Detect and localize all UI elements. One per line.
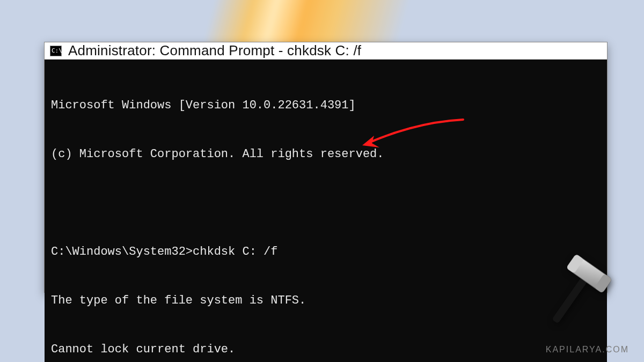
window-title: Administrator: Command Prompt - chkdsk C…: [68, 42, 361, 59]
prompt-path: C:\Windows\System32>: [51, 245, 193, 258]
blank-line: [51, 195, 601, 211]
typed-command: chkdsk C: /f: [193, 245, 277, 258]
watermark-text: KAPILARYA.COM: [546, 345, 629, 354]
terminal-line-lock: Cannot lock current drive.: [51, 342, 601, 358]
terminal-line-version: Microsoft Windows [Version 10.0.22631.43…: [51, 98, 601, 114]
command-prompt-window: C:\ Administrator: Command Prompt - chkd…: [44, 42, 608, 293]
terminal-line-copyright: (c) Microsoft Corporation. All rights re…: [51, 146, 601, 162]
cmd-icon: C:\: [50, 46, 62, 56]
terminal-area[interactable]: Microsoft Windows [Version 10.0.22631.43…: [45, 60, 607, 362]
terminal-prompt-line: C:\Windows\System32>chkdsk C: /f: [51, 244, 601, 260]
titlebar[interactable]: C:\ Administrator: Command Prompt - chkd…: [45, 42, 607, 60]
terminal-line-fstype: The type of the file system is NTFS.: [51, 293, 601, 309]
